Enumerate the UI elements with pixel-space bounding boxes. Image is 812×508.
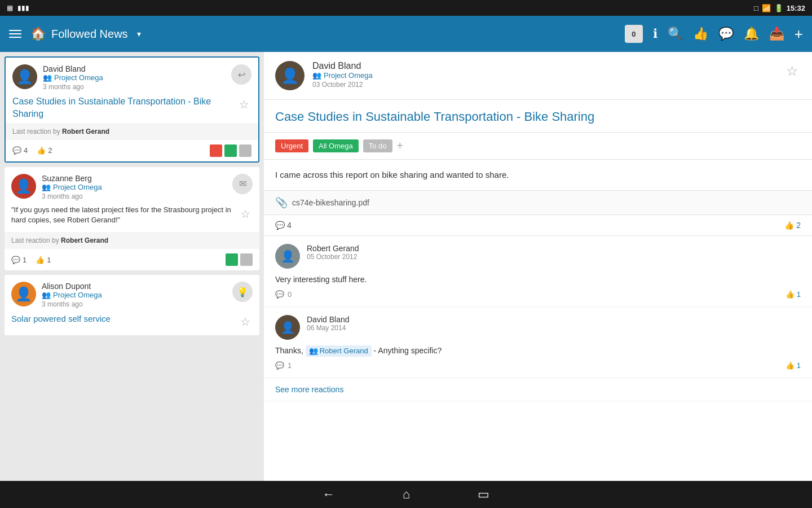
card-meta-suzanne: Suzanne Berg 👥 Project Omega 3 months ag… [42, 174, 227, 200]
card-project-alison: 👥 Project Omega [42, 291, 227, 299]
comment-time-robert: 05 October 2012 [307, 253, 801, 261]
comment-author-robert: Robert Gerand [307, 244, 801, 253]
share-icon-david: ↩ [238, 69, 245, 80]
people-icon-alison: 👥 [42, 291, 51, 299]
comment-likes-david-detail: 👍 1 [785, 361, 801, 370]
star-suzanne[interactable]: ☆ [238, 205, 253, 223]
feed-card-alison[interactable]: 👤 Alison Dupont 👥 Project Omega 3 months… [5, 275, 259, 335]
people-icon-mention: 👥 [309, 346, 318, 356]
card-footer-stats-david: 💬 4 👍 2 [6, 140, 258, 161]
like-count-robert: 1 [797, 290, 801, 299]
card-action-btn-suzanne[interactable]: ✉ [232, 174, 253, 194]
card-author-alison: Alison Dupont [42, 282, 227, 291]
home-button[interactable]: ⌂ [403, 487, 410, 502]
dropdown-icon[interactable]: ▾ [137, 29, 141, 38]
reactions-likes: 👍 2 [784, 221, 801, 230]
card-author-david: David Bland [43, 64, 226, 73]
feed-card-suzanne[interactable]: 👤 Suzanne Berg 👥 Project Omega 3 months … [5, 167, 259, 270]
detail-star[interactable]: ☆ [784, 61, 801, 81]
comment-likes-robert: 👍 1 [785, 290, 801, 299]
mention-tag-robert[interactable]: 👥 Robert Gerand [306, 345, 372, 357]
add-icon[interactable]: + [795, 25, 803, 43]
tag-urgent[interactable]: Urgent [275, 139, 308, 152]
comment-body-david-detail: Thanks, 👥 Robert Gerand - Anything speci… [275, 345, 801, 361]
card-meta-alison: Alison Dupont 👥 Project Omega 3 months a… [42, 282, 227, 308]
color-dot-green-suzanne [226, 253, 238, 266]
people-icon-detail: 👥 [312, 71, 321, 80]
avatar-alison: 👤 [11, 282, 36, 306]
like-icon-robert: 👍 [785, 290, 795, 299]
comment-author-david-detail: David Bland [307, 315, 801, 324]
card-footer-stats-suzanne: 💬 1 👍 1 [5, 249, 259, 270]
likes-count-detail: 2 [796, 221, 801, 230]
info-icon[interactable]: ℹ [653, 27, 657, 41]
recents-button[interactable]: ▭ [478, 487, 489, 502]
left-panel: 👤 David Bland 👥 Project Omega 3 months a… [0, 52, 264, 481]
feed-card-david[interactable]: 👤 David Bland 👥 Project Omega 3 months a… [5, 56, 259, 163]
comments-stat-suzanne: 💬 1 [11, 256, 27, 264]
comment-icon[interactable]: 💬 [718, 27, 734, 41]
comment-footer-robert: 💬 0 👍 1 [275, 290, 801, 299]
color-dots-david [210, 144, 251, 157]
comment-meta-david: David Bland 06 May 2014 [307, 315, 801, 332]
star-david[interactable]: ☆ [237, 95, 251, 113]
back-button[interactable]: ← [323, 487, 335, 502]
see-more-reactions[interactable]: See more reactions [264, 378, 812, 401]
card-header-suzanne: 👤 Suzanne Berg 👥 Project Omega 3 months … [5, 167, 259, 205]
color-dots-suzanne [226, 253, 253, 266]
color-dot-gray-suzanne [240, 253, 253, 266]
notification-badge[interactable]: 0 [625, 25, 643, 43]
grid-status-icon: ▦ [7, 4, 13, 12]
avatar-suzanne: 👤 [11, 174, 36, 199]
status-bar: ▦ ▮▮▮ □ 📶 🔋 15:32 [0, 0, 812, 16]
hamburger-menu[interactable] [9, 30, 21, 38]
tag-all-omega[interactable]: All Omega [313, 139, 359, 152]
comment-david-detail: 👤 David Bland 06 May 2014 Thanks, 👥 Robe… [264, 307, 812, 378]
card-project-suzanne: 👥 Project Omega [42, 183, 227, 191]
color-dot-red [210, 144, 222, 157]
card-action-btn-alison[interactable]: 💡 [232, 282, 253, 302]
card-project-david: 👥 Project Omega [43, 73, 226, 82]
card-action-btn-david[interactable]: ↩ [231, 64, 251, 85]
comment-time-david-detail: 06 May 2014 [307, 324, 801, 332]
like-icon-detail: 👍 [784, 221, 794, 230]
bell-icon[interactable]: 🔔 [744, 27, 759, 41]
tag-todo[interactable]: To do [363, 139, 392, 152]
card-meta-david: David Bland 👥 Project Omega 3 months ago [43, 64, 226, 91]
home-icon: 🏠 [30, 27, 46, 41]
star-alison[interactable]: ☆ [238, 313, 253, 331]
people-icon-david: 👥 [43, 73, 52, 82]
color-dot-green [224, 144, 237, 157]
people-icon-suzanne: 👥 [42, 183, 51, 191]
comment-header-robert: 👤 Robert Gerand 05 October 2012 [275, 244, 801, 269]
detail-time: 03 October 2012 [312, 81, 776, 89]
search-icon[interactable]: 🔍 [668, 27, 683, 41]
card-excerpt-suzanne: "If you guys need the latest project fil… [11, 205, 238, 230]
like-count-david-detail: 1 [797, 361, 801, 370]
wifi-icon: 📶 [762, 4, 771, 12]
comment-reply-icon-robert: 💬 [275, 290, 284, 299]
reactions-bar: 💬 4 👍 2 [264, 215, 812, 236]
add-tag-button[interactable]: + [397, 139, 404, 152]
nav-bar-left: 🏠 Followed News ▾ [9, 27, 618, 41]
like-icon[interactable]: 👍 [693, 27, 708, 41]
detail-title: Case Studies in Sustainable Transportati… [264, 100, 812, 133]
card-time-alison: 3 months ago [42, 300, 227, 308]
nav-bar-right: 0 ℹ 🔍 👍 💬 🔔 📥 + [625, 25, 803, 43]
barcode-status-icon: ▮▮▮ [17, 4, 29, 12]
comment-icon-suzanne: 💬 [11, 256, 20, 264]
paperclip-icon: 📎 [275, 196, 288, 209]
inbox-icon[interactable]: 📥 [769, 27, 784, 41]
card-header-alison: 👤 Alison Dupont 👥 Project Omega 3 months… [5, 275, 259, 313]
detail-author: David Bland [312, 61, 776, 71]
nav-bar: 🏠 Followed News ▾ 0 ℹ 🔍 👍 💬 🔔 📥 + [0, 16, 812, 52]
detail-meta: David Bland 👥 Project Omega 03 October 2… [312, 61, 776, 89]
card-footer-reaction-david: Last reaction by Robert Gerand [6, 123, 258, 140]
attachment-filename[interactable]: cs74e-bikesharing.pdf [292, 198, 369, 207]
comment-icon-david: 💬 [12, 146, 21, 155]
detail-tags: Urgent All Omega To do + [264, 133, 812, 160]
likes-stat-suzanne: 👍 1 [36, 256, 51, 264]
detail-avatar: 👤 [275, 61, 304, 90]
comment-reply-count-david: 1 [288, 361, 292, 370]
battery-icon: 🔋 [774, 4, 783, 12]
